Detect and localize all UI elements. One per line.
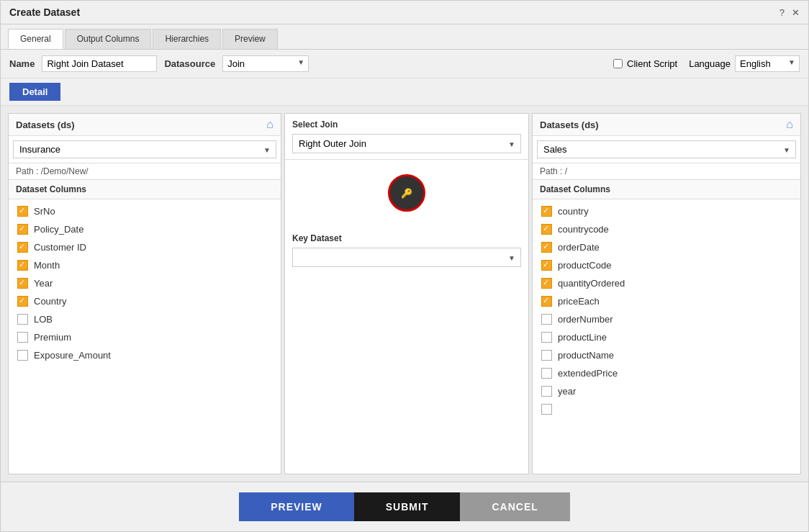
- productname-label: productName: [558, 350, 614, 361]
- list-item: [533, 400, 800, 418]
- dialog-titlebar: Create Dataset ? ✕: [1, 1, 808, 24]
- right-columns-title: Dataset Columns: [533, 180, 800, 199]
- tab-preview[interactable]: Preview: [222, 29, 278, 49]
- priceeach-checkbox[interactable]: [541, 296, 552, 307]
- country-right-checkbox[interactable]: [541, 206, 552, 217]
- left-columns-title: Dataset Columns: [9, 180, 281, 199]
- year-right-label: year: [558, 386, 576, 397]
- main-content: Datasets (ds) ⌂ Insurance Sales Path : /…: [1, 106, 808, 482]
- name-input[interactable]: [42, 55, 157, 72]
- language-select[interactable]: English French German: [735, 55, 800, 72]
- center-panel: Select Join Inner Join Left Outer Join R…: [284, 113, 529, 474]
- cancel-button[interactable]: CANCEL: [460, 492, 569, 521]
- list-item: productLine: [533, 328, 800, 346]
- tab-output-columns[interactable]: Output Columns: [65, 29, 152, 49]
- left-panel-title: Datasets (ds): [16, 120, 75, 130]
- premium-label: Premium: [34, 332, 71, 343]
- list-item: orderDate: [533, 238, 800, 256]
- list-item: Country: [9, 292, 281, 310]
- productname-checkbox[interactable]: [541, 350, 552, 361]
- year-right-checkbox[interactable]: [541, 386, 552, 397]
- premium-checkbox[interactable]: [17, 332, 28, 343]
- help-icon[interactable]: ?: [779, 7, 785, 18]
- extendedprice-checkbox[interactable]: [541, 368, 552, 379]
- language-label: Language: [689, 58, 731, 69]
- year-left-checkbox[interactable]: [17, 278, 28, 289]
- country-right-label: country: [558, 206, 589, 217]
- extendedprice-label: extendedPrice: [558, 368, 618, 379]
- ordernumber-label: orderNumber: [558, 314, 613, 325]
- join-select[interactable]: Inner Join Left Outer Join Right Outer J…: [292, 134, 521, 153]
- client-script-label: Client Script: [627, 58, 677, 69]
- srno-checkbox[interactable]: [17, 206, 28, 217]
- priceeach-label: priceEach: [558, 296, 600, 307]
- right-panel-title: Datasets (ds): [540, 120, 599, 130]
- left-columns-list: SrNo Policy_Date Customer ID Month Year: [9, 199, 281, 474]
- lob-checkbox[interactable]: [17, 314, 28, 325]
- productcode-label: productCode: [558, 260, 611, 271]
- country-left-label: Country: [34, 296, 67, 307]
- left-panel-header: Datasets (ds) ⌂: [9, 114, 281, 136]
- list-item: orderNumber: [533, 310, 800, 328]
- exposure-amount-checkbox[interactable]: [17, 350, 28, 361]
- list-item: Month: [9, 256, 281, 274]
- datasource-select-wrapper: Join SQL API: [222, 55, 309, 72]
- list-item: Policy_Date: [9, 220, 281, 238]
- null-checkbox[interactable]: [541, 404, 552, 415]
- tabs-bar: General Output Columns Hierarchies Previ…: [1, 24, 808, 50]
- left-dropdown-wrapper: Insurance Sales: [9, 136, 281, 163]
- tab-general[interactable]: General: [8, 29, 63, 49]
- month-checkbox[interactable]: [17, 260, 28, 271]
- right-dataset-select[interactable]: Sales Insurance: [537, 140, 796, 158]
- close-icon[interactable]: ✕: [792, 7, 800, 18]
- productcode-checkbox[interactable]: [541, 260, 552, 271]
- customer-id-label: Customer ID: [34, 242, 86, 253]
- right-dropdown-wrapper: Sales Insurance: [533, 136, 800, 163]
- key-dataset-select[interactable]: [292, 248, 521, 267]
- detail-button[interactable]: Detail: [9, 83, 60, 101]
- select-join-section: Select Join Inner Join Left Outer Join R…: [285, 114, 528, 160]
- right-home-icon[interactable]: ⌂: [786, 118, 793, 131]
- right-path: Path : /: [533, 163, 800, 180]
- key-dataset-section: Key Dataset: [285, 226, 528, 274]
- footer: PREVIEW SUBMIT CANCEL: [1, 482, 808, 531]
- preview-button[interactable]: PREVIEW: [239, 492, 354, 521]
- name-row: Name Datasource Join SQL API Client Scri…: [1, 50, 808, 78]
- quantityordered-checkbox[interactable]: [541, 278, 552, 289]
- countrycode-checkbox[interactable]: [541, 224, 552, 235]
- join-label: Select Join: [292, 120, 521, 130]
- right-columns-list: country countrycode orderDate productCod…: [533, 199, 800, 474]
- list-item: year: [533, 382, 800, 400]
- list-item: productCode: [533, 256, 800, 274]
- list-item: productName: [533, 346, 800, 364]
- key-icon: 🔑: [401, 188, 412, 199]
- list-item: LOB: [9, 310, 281, 328]
- country-left-checkbox[interactable]: [17, 296, 28, 307]
- list-item: priceEach: [533, 292, 800, 310]
- datasource-select[interactable]: Join SQL API: [222, 55, 309, 72]
- list-item: Year: [9, 274, 281, 292]
- list-item: extendedPrice: [533, 364, 800, 382]
- orderdate-label: orderDate: [558, 242, 600, 253]
- policy-date-checkbox[interactable]: [17, 224, 28, 235]
- orderdate-checkbox[interactable]: [541, 242, 552, 253]
- name-label: Name: [9, 58, 35, 69]
- list-item: Exposure_Amount: [9, 346, 281, 364]
- client-script-checkbox[interactable]: [613, 59, 623, 68]
- list-item: countrycode: [533, 220, 800, 238]
- list-item: Customer ID: [9, 238, 281, 256]
- detail-row: Detail: [1, 78, 808, 106]
- tab-hierarchies[interactable]: Hierarchies: [153, 29, 221, 49]
- left-home-icon[interactable]: ⌂: [266, 118, 274, 131]
- left-dataset-select[interactable]: Insurance Sales: [13, 140, 276, 158]
- productline-label: productLine: [558, 332, 607, 343]
- submit-button[interactable]: SUBMIT: [354, 492, 461, 521]
- key-dataset-select-wrapper: [292, 248, 521, 267]
- ordernumber-checkbox[interactable]: [541, 314, 552, 325]
- key-dataset-button[interactable]: 🔑: [388, 174, 425, 212]
- productline-checkbox[interactable]: [541, 332, 552, 343]
- titlebar-icons: ? ✕: [779, 7, 800, 18]
- quantityordered-label: quantityOrdered: [558, 278, 625, 289]
- key-icon-area: 🔑: [374, 160, 440, 226]
- customer-id-checkbox[interactable]: [17, 242, 28, 253]
